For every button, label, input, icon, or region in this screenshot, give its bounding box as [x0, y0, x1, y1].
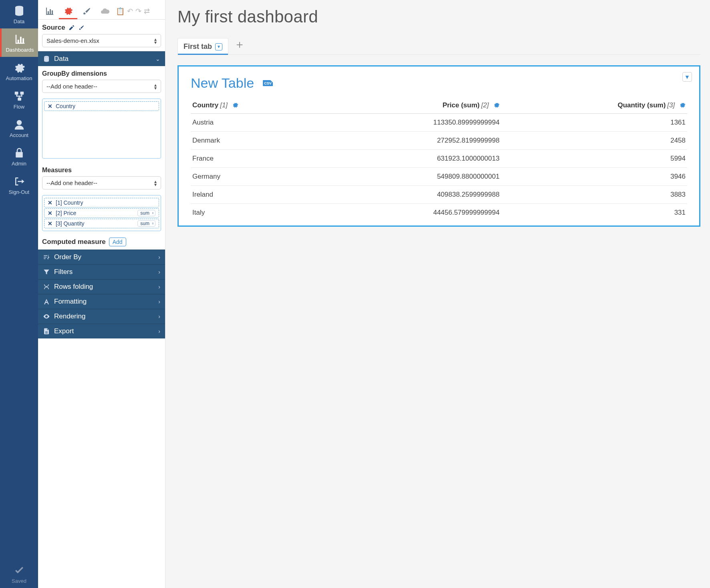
nav-automation[interactable]: Automation [0, 57, 38, 85]
acc-rows folding[interactable]: Rows folding › [38, 279, 165, 294]
updown-icon: ▴▾ [154, 83, 157, 90]
measure-chip[interactable]: ✕ [2] Price sum [44, 208, 159, 218]
tool-brush[interactable] [77, 3, 96, 19]
cell-country: Germany [191, 168, 319, 186]
cell-country: Italy [191, 204, 319, 222]
tab-dropdown-icon[interactable]: ▼ [215, 43, 222, 50]
cell-price: 272952.8199999998 [319, 132, 501, 150]
measure-chip[interactable]: ✕ [1] Country [44, 198, 159, 207]
add-computed-button[interactable]: Add [109, 238, 126, 246]
signout-icon [12, 175, 26, 187]
col-header[interactable]: Country[1] [191, 98, 319, 114]
svg-point-4 [16, 120, 22, 125]
section-label: Formatting [54, 298, 87, 306]
groupby-header-select[interactable]: --Add one header-- ▴▾ [42, 80, 161, 93]
chevron-down-icon: ⌄ [155, 56, 160, 62]
remove-chip-icon[interactable]: ✕ [48, 103, 52, 109]
col-gear-icon[interactable] [232, 101, 238, 109]
database-icon [43, 55, 50, 62]
remove-chip-icon[interactable]: ✕ [48, 199, 52, 206]
remove-chip-icon[interactable]: ✕ [48, 210, 52, 216]
measures-header-placeholder: --Add one header-- [46, 179, 97, 186]
edit-icon[interactable] [69, 24, 75, 31]
col-header[interactable]: Price (sum)[2] [319, 98, 501, 114]
table-card: ▼ New Table CSV Country[1] Price (sum)[2… [178, 65, 700, 227]
nav-automation-label: Automation [6, 75, 32, 81]
undo-icon[interactable]: ↶ [127, 7, 133, 16]
nav-dashboards[interactable]: Dashboards [0, 28, 38, 57]
cell-quantity: 3883 [501, 186, 687, 204]
card-menu-button[interactable]: ▼ [682, 72, 692, 82]
page-title: My first dashboard [178, 7, 700, 26]
tool-settings[interactable] [59, 3, 77, 19]
swap-icon[interactable]: ⇄ [144, 7, 150, 16]
nav-saved-label: Saved [12, 578, 26, 584]
aggregate-select[interactable]: sum [137, 220, 155, 227]
cell-price: 631923.1000000013 [319, 150, 501, 168]
acc-formatting[interactable]: Formatting › [38, 294, 165, 309]
measures-header-select[interactable]: --Add one header-- ▴▾ [42, 176, 161, 189]
tool-chart[interactable] [40, 3, 59, 19]
tool-extra: 📋 ↶ ↷ ⇄ [116, 7, 150, 16]
col-header[interactable]: Quantity (sum)[3] [501, 98, 687, 114]
database-icon [12, 5, 26, 17]
chip-label: Country [56, 103, 75, 109]
aggregate-select[interactable]: sum [137, 210, 155, 216]
col-gear-icon[interactable] [679, 101, 686, 109]
gear-icon [63, 6, 73, 16]
groupby-chip-area[interactable]: ✕ Country [42, 99, 161, 159]
nav-flow[interactable]: Flow [0, 85, 38, 114]
nav-data[interactable]: Data [0, 0, 38, 28]
groupby-chip[interactable]: ✕ Country [44, 101, 159, 111]
measures-chip-area[interactable]: ✕ [1] Country ✕ [2] Price sum ✕ [3] Quan… [42, 195, 161, 231]
chevron-right-icon: › [158, 284, 160, 290]
section-icon [43, 328, 50, 335]
cell-quantity: 2458 [501, 132, 687, 150]
section-label: Rows folding [54, 283, 93, 291]
cell-country: Denmark [191, 132, 319, 150]
acc-export[interactable]: Export › [38, 324, 165, 338]
chip-label: [2] Price [56, 210, 76, 216]
acc-rendering[interactable]: Rendering › [38, 309, 165, 324]
cell-country: Ireland [191, 186, 319, 204]
nav-account[interactable]: Account [0, 114, 38, 142]
chevron-right-icon: › [158, 269, 160, 275]
panel-toolbar: 📋 ↶ ↷ ⇄ [38, 0, 165, 20]
chevron-right-icon: › [158, 254, 160, 260]
updown-icon: ▴▾ [154, 38, 157, 44]
lock-icon [12, 147, 26, 159]
computed-row: Computed measure Add [38, 235, 165, 250]
csv-export-button[interactable]: CSV [263, 80, 273, 86]
nav-saved: Saved [0, 560, 38, 588]
source-select[interactable]: Sales-demo-en.xlsx ▴▾ [42, 34, 161, 47]
clipboard-icon[interactable]: 📋 [116, 7, 125, 16]
section-label: Export [54, 327, 74, 335]
nav-signout[interactable]: Sign-Out [0, 171, 38, 199]
cell-country: Austria [191, 114, 319, 132]
brush-small-icon[interactable] [78, 24, 85, 31]
col-gear-icon[interactable] [493, 101, 500, 109]
measure-chip[interactable]: ✕ [3] Quantity sum [44, 219, 159, 228]
check-icon [12, 564, 26, 576]
cloud-icon [100, 6, 110, 16]
section-label: Order By [54, 253, 81, 261]
redo-icon[interactable]: ↷ [135, 7, 141, 16]
tool-cloud[interactable] [96, 3, 114, 19]
section-icon [43, 313, 50, 320]
cell-quantity: 1361 [501, 114, 687, 132]
section-icon [43, 268, 50, 276]
acc-data[interactable]: Data ⌄ [38, 51, 165, 66]
nav-admin-label: Admin [12, 161, 26, 167]
tab-label: First tab [184, 42, 212, 51]
acc-order by[interactable]: Order By › [38, 250, 165, 264]
chip-label: [1] Country [56, 199, 83, 206]
remove-chip-icon[interactable]: ✕ [48, 220, 52, 227]
card-title-row: New Table CSV [191, 75, 687, 91]
acc-filters[interactable]: Filters › [38, 264, 165, 279]
cell-price: 409838.2599999988 [319, 186, 501, 204]
nav-account-label: Account [10, 132, 28, 138]
nav-admin[interactable]: Admin [0, 142, 38, 171]
tab-first[interactable]: First tab ▼ [178, 38, 228, 55]
brush-icon [82, 6, 91, 16]
add-tab-button[interactable]: ＋ [234, 37, 245, 54]
